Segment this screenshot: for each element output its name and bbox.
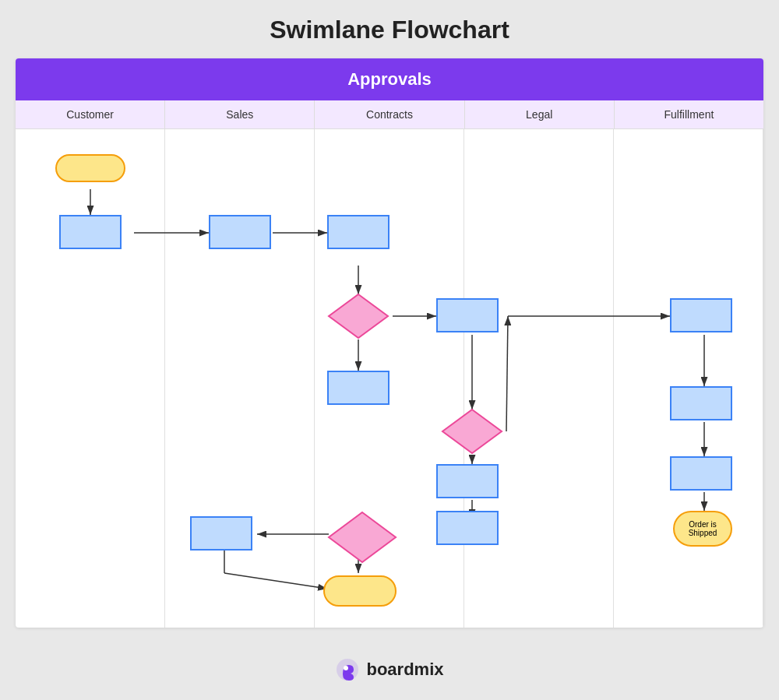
col-header-sales: Sales [165, 100, 315, 128]
swimlane-columns: Customer Sales Contracts Legal Fulfillme… [16, 100, 763, 129]
col-header-customer: Customer [16, 100, 165, 128]
rect-sales-2 [190, 516, 252, 551]
svg-marker-20 [329, 294, 388, 338]
lane-customer [16, 129, 165, 628]
start-pill [55, 154, 125, 182]
brand-name: boardmix [366, 660, 443, 680]
col-header-legal: Legal [465, 100, 615, 128]
rect-contracts-1 [327, 215, 390, 249]
rect-fulfillment-3 [670, 456, 732, 491]
footer: boardmix [335, 643, 443, 690]
rect-contracts-2 [327, 371, 390, 405]
rect-sales-1 [209, 215, 271, 249]
lane-legal [464, 129, 614, 628]
end-pill [323, 575, 397, 607]
swimlane-body: Order is Shipped [16, 129, 763, 628]
diamond-contracts-1 [327, 293, 390, 339]
rect-legal-1 [436, 298, 499, 332]
rect-fulfillment-2 [670, 386, 732, 420]
diagram-container: Approvals Customer Sales Contracts Legal… [16, 58, 763, 628]
order-shipped-pill: Order is Shipped [673, 511, 732, 547]
rect-legal-2 [436, 464, 499, 498]
rect-fulfillment-1 [670, 298, 732, 332]
diamond-main-3 [327, 511, 397, 564]
lane-fulfillment [614, 129, 763, 628]
diamond-legal-1 [441, 408, 503, 455]
col-header-contracts: Contracts [315, 100, 464, 128]
boardmix-logo [335, 657, 360, 682]
svg-marker-22 [329, 512, 396, 562]
swimlane-header: Approvals [16, 58, 763, 100]
rect-customer-1 [59, 215, 122, 249]
svg-marker-21 [442, 410, 502, 453]
svg-point-24 [344, 666, 348, 670]
lane-sales [165, 129, 315, 628]
col-header-fulfillment: Fulfillment [615, 100, 763, 128]
rect-legal-3 [436, 511, 499, 545]
page-title: Swimlane Flowchart [0, 0, 779, 58]
